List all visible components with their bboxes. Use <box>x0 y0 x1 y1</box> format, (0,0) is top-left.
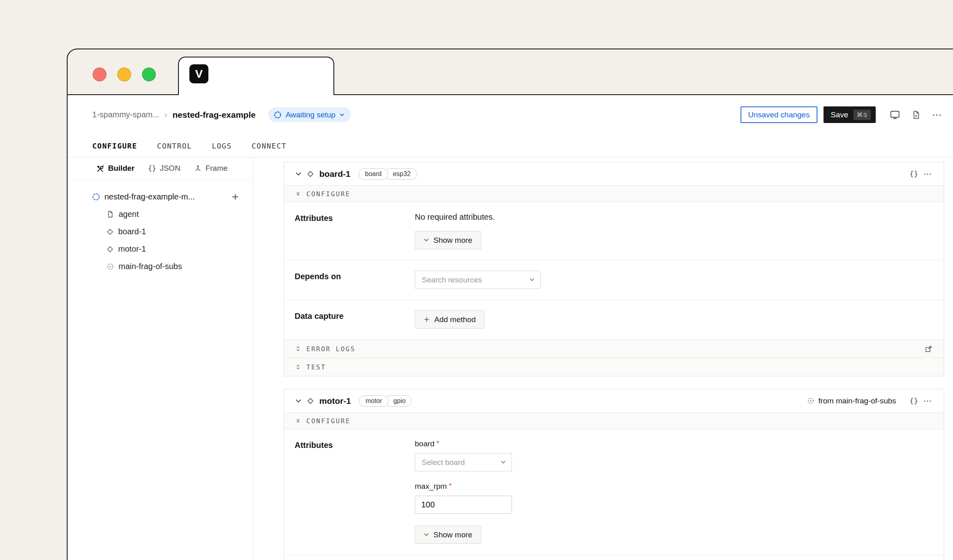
model-pill: gpio <box>385 395 412 407</box>
data-capture-row: Data capture Add method <box>284 300 944 339</box>
collapse-chevron-icon[interactable] <box>295 399 301 403</box>
mode-frame-label: Frame <box>206 164 228 173</box>
type-pill: motor <box>359 395 388 407</box>
configure-section-toggle[interactable]: CONFIGURE <box>284 412 944 429</box>
diamond-icon <box>307 170 314 178</box>
traffic-lights <box>93 68 156 81</box>
code-view-button[interactable]: {} <box>909 170 918 178</box>
tree-root-machine[interactable]: nested-frag-example-m... <box>92 188 239 206</box>
browser-tab[interactable]: V <box>178 57 334 95</box>
add-resource-button[interactable] <box>231 193 239 201</box>
attributes-label: Attributes <box>295 212 415 249</box>
board-select[interactable]: Select board <box>415 453 512 471</box>
resource-tree: nested-frag-example-m... agent <box>68 180 253 275</box>
max-rpm-input[interactable] <box>415 496 512 514</box>
monitor-icon[interactable] <box>889 109 900 120</box>
tools-icon <box>96 164 104 173</box>
machine-status-label: Awaiting setup <box>286 110 335 119</box>
required-marker: * <box>449 482 452 490</box>
fragment-icon <box>807 397 815 405</box>
tab-configure[interactable]: CONFIGURE <box>92 142 137 150</box>
file-icon <box>106 210 114 218</box>
tree-item-label: agent <box>119 210 139 219</box>
breadcrumb-parent[interactable]: 1-spammy-spam... <box>92 110 159 119</box>
tree-item-board-1[interactable]: board-1 <box>92 223 239 240</box>
sidebar-mode-switcher: Builder {} JSON Frame <box>68 157 253 180</box>
zoom-window-button[interactable] <box>142 68 156 81</box>
unfold-less-icon <box>295 418 301 424</box>
field-label-text: board <box>415 439 435 448</box>
tree-item-agent[interactable]: agent <box>92 206 239 223</box>
minimize-window-button[interactable] <box>117 68 131 81</box>
depends-on-select[interactable]: Search resources <box>415 271 541 289</box>
tree-item-label: motor-1 <box>118 244 146 254</box>
tree-item-motor-1[interactable]: motor-1 <box>92 240 239 258</box>
save-button[interactable]: Save ⌘S <box>824 106 876 123</box>
external-link-icon[interactable] <box>925 345 932 353</box>
breadcrumb-separator: › <box>165 110 168 119</box>
tree-item-label: main-frag-of-subs <box>119 262 182 271</box>
unsaved-changes-badge: Unsaved changes <box>741 106 817 123</box>
close-window-button[interactable] <box>93 68 106 81</box>
chevron-down-icon <box>424 533 429 537</box>
attributes-row: Attributes board * Select board <box>284 429 944 555</box>
resource-name: motor-1 <box>319 396 351 406</box>
unfold-more-icon <box>295 346 301 352</box>
more-menu-button[interactable]: ⋯ <box>932 110 942 120</box>
machine-status-dropdown[interactable]: Awaiting setup <box>268 107 351 122</box>
card-menu-button[interactable]: ⋯ <box>923 170 932 178</box>
resource-type-pills: board esp32 <box>359 168 417 180</box>
plus-icon <box>424 316 430 322</box>
chevron-down-icon <box>501 460 506 464</box>
chevron-down-icon <box>529 278 535 282</box>
tree-root-label: nested-frag-example-m... <box>104 192 227 202</box>
document-icon[interactable] <box>911 110 921 120</box>
fragment-source-label: from main-frag-of-subs <box>818 397 896 405</box>
braces-icon: {} <box>148 164 156 172</box>
board-field-label: board * <box>415 439 932 448</box>
depends-on-label: Depends on <box>295 271 415 289</box>
mode-builder-label: Builder <box>108 164 134 173</box>
tab-logs[interactable]: LOGS <box>212 142 231 150</box>
show-more-label: Show more <box>433 530 472 539</box>
resource-card-motor-1: motor-1 motor gpio from main-frag-of-sub… <box>284 389 944 560</box>
card-menu-button[interactable]: ⋯ <box>923 397 932 405</box>
page-viewport: 1-spammy-spam... › nested-frag-example A… <box>68 94 953 560</box>
sidebar: Builder {} JSON Frame <box>68 157 253 560</box>
attributes-label: Attributes <box>295 439 415 544</box>
code-view-button[interactable]: {} <box>909 397 918 405</box>
model-pill: esp32 <box>384 168 417 180</box>
tree-item-label: board-1 <box>118 227 146 236</box>
mode-json[interactable]: {} JSON <box>148 164 180 173</box>
tree-item-main-frag-of-subs[interactable]: main-frag-of-subs <box>92 258 239 275</box>
machine-awaiting-icon <box>92 193 100 201</box>
test-section-label: TEST <box>306 363 326 371</box>
configure-section-toggle[interactable]: CONFIGURE <box>284 185 944 202</box>
test-section-toggle[interactable]: TEST <box>284 358 944 376</box>
unfold-more-icon <box>295 364 301 370</box>
main-panel: board-1 board esp32 {} ⋯ CONFIGUR <box>253 157 953 560</box>
show-more-button[interactable]: Show more <box>415 231 481 249</box>
mode-json-label: JSON <box>160 164 180 173</box>
configure-section-label: CONFIGURE <box>306 190 350 198</box>
max-rpm-field-label: max_rpm * <box>415 482 932 491</box>
mode-builder[interactable]: Builder <box>96 164 134 173</box>
board-select-placeholder: Select board <box>422 458 465 467</box>
awaiting-setup-spinner-icon <box>274 111 282 119</box>
add-method-button[interactable]: Add method <box>415 310 484 329</box>
collapse-chevron-icon[interactable] <box>295 172 301 176</box>
unfold-less-icon <box>295 191 301 197</box>
show-more-button[interactable]: Show more <box>415 526 481 544</box>
fragment-source: from main-frag-of-subs <box>807 397 896 405</box>
error-logs-section-toggle[interactable]: ERROR LOGS <box>284 339 944 358</box>
no-required-attributes-text: No required attributes. <box>415 212 932 222</box>
header-icon-group: ⋯ <box>889 109 942 120</box>
save-button-label: Save <box>831 110 848 119</box>
tab-connect[interactable]: CONNECT <box>252 142 287 150</box>
save-shortcut-hint: ⌘S <box>853 110 871 120</box>
chevron-down-icon <box>340 113 344 117</box>
mode-frame[interactable]: Frame <box>194 164 228 173</box>
diamond-icon <box>106 228 114 235</box>
data-capture-label: Data capture <box>295 310 415 329</box>
tab-control[interactable]: CONTROL <box>157 142 192 150</box>
